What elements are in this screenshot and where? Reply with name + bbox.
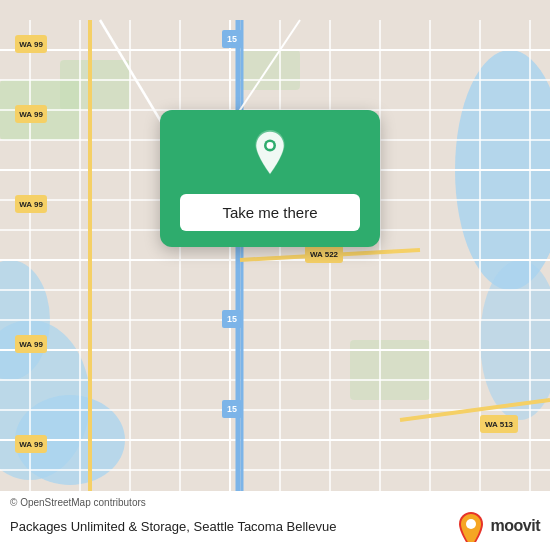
popup-card: Take me there [160,110,380,247]
svg-text:WA 99: WA 99 [19,40,43,49]
svg-rect-9 [240,50,300,90]
svg-text:WA 99: WA 99 [19,340,43,349]
svg-rect-6 [60,60,130,110]
moovit-logo: moovit [455,510,540,542]
svg-text:15: 15 [227,34,237,44]
svg-text:WA 99: WA 99 [19,110,43,119]
svg-point-67 [267,142,274,149]
svg-text:WA 99: WA 99 [19,200,43,209]
map-svg: WA 99 WA 99 WA 99 WA 99 WA 99 15 15 15 1… [0,0,550,550]
bottom-bar: © OpenStreetMap contributors Packages Un… [0,491,550,550]
svg-text:15: 15 [227,314,237,324]
moovit-brand-icon [455,510,487,542]
moovit-brand-text: moovit [491,517,540,535]
place-name: Packages Unlimited & Storage, Seattle Ta… [10,519,336,534]
svg-text:WA 99: WA 99 [19,440,43,449]
location-pin-icon [246,130,294,178]
svg-text:15: 15 [227,404,237,414]
svg-point-68 [466,519,476,529]
svg-text:WA 513: WA 513 [485,420,514,429]
svg-text:WA 522: WA 522 [310,250,339,259]
map-container: WA 99 WA 99 WA 99 WA 99 WA 99 15 15 15 1… [0,0,550,550]
map-attribution: © OpenStreetMap contributors [10,497,540,508]
take-me-there-button[interactable]: Take me there [180,194,360,231]
place-info: Packages Unlimited & Storage, Seattle Ta… [10,510,540,542]
